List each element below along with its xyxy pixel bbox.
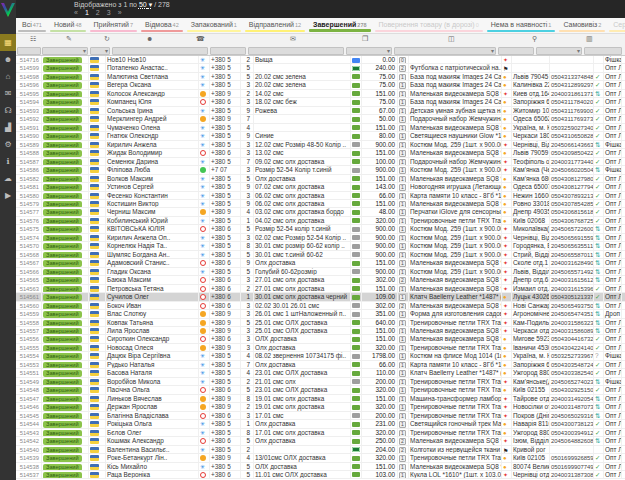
table-row[interactable]: 514545ЗавершенийБлагінна Владіслава+380 … bbox=[16, 412, 625, 420]
sidebar-item-stats[interactable]: ▟ bbox=[0, 119, 16, 136]
filter-input-6[interactable]: ▾ bbox=[346, 47, 392, 55]
table-row[interactable]: 514538ЗавершенийКісь Михайло✳+380 55ОЛХ … bbox=[16, 463, 625, 471]
table-row[interactable]: 514554ЗавершенийДацюк Віра Сергіївна✳+38… bbox=[16, 352, 625, 360]
filter-input-3[interactable] bbox=[112, 47, 208, 55]
table-row[interactable]: 514542ЗавершенийКошмак Александр+380 65О… bbox=[16, 437, 625, 445]
payment-green-icon bbox=[352, 430, 360, 435]
table-row[interactable]: 514592ЗавершенийМерклингер Андрей+380 97… bbox=[16, 115, 625, 123]
filter-input-4[interactable] bbox=[210, 47, 246, 55]
sidebar-item-info[interactable]: ℹ bbox=[0, 153, 16, 170]
table-row[interactable]: 514560ЗавершенийБокоч Иван+380 6302.02 3… bbox=[16, 302, 625, 310]
page-button-1[interactable]: 1 bbox=[85, 9, 89, 16]
filter-input-10[interactable] bbox=[584, 47, 622, 55]
phone-number: +380 5 bbox=[210, 124, 241, 131]
table-row[interactable]: 514544ЗавершенийРокіцька Ольга✳+380 51Ол… bbox=[16, 420, 625, 428]
table-row[interactable]: 514566ЗавершенийГладик Оксана✳+380 55Гол… bbox=[16, 268, 625, 276]
table-row[interactable]: 514556ЗавершенийСироткин Олександр+380 6… bbox=[16, 335, 625, 343]
table-row[interactable]: 514561ЗавершенийСучилов Олег+380 6130.01… bbox=[16, 293, 625, 301]
phone-number: +380 5 bbox=[210, 73, 241, 80]
table-row[interactable]: 514548ЗавершенийПасічна Ольга+380 6523.0… bbox=[16, 386, 625, 394]
table-row[interactable]: 514567ЗавершенийАдамовский Станис..+380 … bbox=[16, 259, 625, 267]
table-row[interactable]: 514580ЗавершенийФесенко Константин✳+380 … bbox=[16, 192, 625, 200]
table-row[interactable]: 514549ЗавершенийВоробйов Микола✳+380 522… bbox=[16, 378, 625, 386]
sidebar-item-company[interactable]: ⌂ bbox=[0, 68, 16, 85]
filter-input-1[interactable]: ▾ bbox=[42, 47, 88, 55]
table-row[interactable]: 514546ЗавершенийДержан Ярослав+380 9219.… bbox=[16, 403, 625, 411]
ukraine-flag-icon bbox=[90, 345, 99, 351]
filter-input-7[interactable]: ▾ bbox=[394, 47, 496, 55]
sidebar-item-apps[interactable]: ☁ bbox=[0, 170, 16, 187]
table-row[interactable]: 514540ЗавершенийВалентина Васильє..✳+380… bbox=[16, 446, 625, 454]
filter-input-8[interactable] bbox=[498, 47, 534, 55]
page-button-3[interactable]: 3 bbox=[107, 9, 111, 16]
edit-column-icon: ✎ bbox=[66, 35, 72, 43]
table-row[interactable]: 514568ЗавершенийШумляс Богдана Ан..✳+380… bbox=[16, 251, 625, 259]
table-row[interactable]: 514598ЗавершенийМалютина Светлана✳+380 5… bbox=[16, 73, 625, 81]
comment-text: 04.02 смс олх доставка bbox=[254, 217, 351, 224]
table-row[interactable]: 514555ЗавершенийНовосад Олеся+380 93Олх … bbox=[16, 344, 625, 352]
table-row[interactable]: 514575ЗавершенийКВІТОВСЬКА ЮЛІЯ+380 65Ро… bbox=[16, 225, 625, 233]
filter-input-9[interactable]: ▾ bbox=[536, 47, 582, 55]
table-row[interactable]: 514582ЗавершенийВолков Максим✳+380 55Олх… bbox=[16, 175, 625, 183]
table-row[interactable]: 514595ЗавершенийКолосок Александр+380 92… bbox=[16, 90, 625, 98]
tab-сервіси[interactable]: Сервіси0 bbox=[607, 18, 625, 33]
table-row[interactable]: 514716ЗавершенийНов10 Нов10✳+380 52Выща0… bbox=[16, 56, 625, 64]
table-row[interactable]: 514577ЗавершенийЧерниш Максим+380 9403.0… bbox=[16, 208, 625, 216]
table-row[interactable]: 514594ЗавершенийКомпанец Юля+380 6318.02… bbox=[16, 98, 625, 106]
table-row[interactable]: 514539ЗавершенийРоке-Бетанкурт Лін..+380… bbox=[16, 454, 625, 462]
filter-input-2[interactable]: ▾ bbox=[90, 47, 110, 55]
table-row[interactable]: 514565ЗавершенийБаюка Максим+380 6327.01… bbox=[16, 276, 625, 284]
table-row[interactable]: 514559ЗавершенийВлас Слотюу+380 9326.01 … bbox=[16, 310, 625, 318]
table-row[interactable]: 514591ЗавершенийЧумаченко Олена✳+380 541… bbox=[16, 124, 625, 132]
first-page-button[interactable]: « bbox=[74, 9, 78, 16]
table-row[interactable]: 514558ЗавершенийКовпак Татьяна+380 9525.… bbox=[16, 319, 625, 327]
tab-прийнятий[interactable]: Прийнятий7 bbox=[88, 18, 140, 33]
table-row[interactable]: 514588ЗавершенийЖидак Володимир+380 6313… bbox=[16, 149, 625, 157]
tab-відмова[interactable]: Відмова42 bbox=[139, 18, 185, 33]
phone-number: +380 5 bbox=[210, 158, 241, 165]
table-row[interactable]: 514589ЗавершенийКирилич Анжела✳+380 5312… bbox=[16, 141, 625, 149]
table-row[interactable]: 514579ЗавершенийКостишин Виктор✳+380 590… bbox=[16, 200, 625, 208]
quantity-badge: 1 bbox=[399, 99, 406, 105]
table-row[interactable]: 514563ЗавершенийПетровська Тетяна+380 62… bbox=[16, 285, 625, 293]
table-row[interactable]: 514596ЗавершенийВегера Оксана✳+380 5320.… bbox=[16, 81, 625, 89]
table-row[interactable]: 514576ЗавершенийКобилинський Юрий✳+380 5… bbox=[16, 217, 625, 225]
tab-нема-в-наявності[interactable]: Нема в наявності1 bbox=[485, 18, 558, 33]
product-name: Маленькая видеокамера SQ8 *.. bbox=[409, 327, 502, 334]
table-row[interactable]: 514557ЗавершенийЛила Ярослав+380 9325.01… bbox=[16, 327, 625, 335]
tab-новий[interactable]: Новий48 bbox=[48, 18, 88, 33]
table-row[interactable]: 514574ЗавершенийКирилич Анжела Оп..✳+380… bbox=[16, 234, 625, 242]
sidebar-item-video[interactable]: ▶ bbox=[0, 187, 16, 204]
sidebar-item-orders[interactable]: ✉ bbox=[0, 85, 16, 102]
table-row[interactable]: 514581ЗавершенийУстинов Сергей✳+380 5907… bbox=[16, 183, 625, 191]
tab-завершений[interactable]: Завершений278 bbox=[307, 18, 372, 33]
sidebar-item-clients[interactable]: ☻ bbox=[0, 51, 16, 68]
delivery-state-ok-icon: ✓ bbox=[595, 217, 600, 224]
tab-запакований[interactable]: Запакований1 bbox=[185, 18, 243, 33]
comment-text: 03.02 смс олх доставка бордо bbox=[254, 208, 351, 215]
table-row[interactable]: 514599ЗавершенийПотапенко Анастас..✳+380… bbox=[16, 64, 625, 72]
tab-самовивіз[interactable]: Самовивіз2 bbox=[557, 18, 607, 33]
sidebar-item-campaigns[interactable]: ☊ bbox=[0, 102, 16, 119]
table-row[interactable]: 514551ЗавершенийБасова Наталя✳+380 5423.… bbox=[16, 369, 625, 377]
sidebar-item-columns[interactable]: ▦ bbox=[0, 34, 16, 51]
table-row[interactable]: 514547ЗавершенийЛиньков Вячеслав+380 981… bbox=[16, 395, 625, 403]
table-row[interactable]: 514593ЗавершенийСольська Ірина✳+380 59Ро… bbox=[16, 107, 625, 115]
last-page-button[interactable]: » bbox=[118, 9, 122, 16]
table-row[interactable]: 514543ЗавершенийБєлов Олег✳+380 5817.01 … bbox=[16, 429, 625, 437]
filter-input-5[interactable] bbox=[248, 47, 344, 55]
app-logo-icon[interactable] bbox=[1, 3, 15, 17]
table-row[interactable]: 514537ЗавершенийРаца Вероніка+380 6511.0… bbox=[16, 471, 625, 479]
tab-всі[interactable]: Всі471 bbox=[16, 18, 48, 33]
tab-повернення-товару-в-дорозі-[interactable]: Повернення товару (в дорозі)0 bbox=[373, 18, 485, 33]
table-row[interactable]: 514586ЗавершенийФіліпова Люба+7 073Розмі… bbox=[16, 166, 625, 174]
tab-відправлений[interactable]: Відправлений12 bbox=[243, 18, 307, 33]
table-row[interactable]: 514553ЗавершенийРудько Наталья✳+380 57Ол… bbox=[16, 361, 625, 369]
page-size-dropdown[interactable]: 50 ▾ bbox=[139, 1, 152, 8]
table-row[interactable]: 514587ЗавершенийСеменюк Дарина✳+380 5709… bbox=[16, 158, 625, 166]
filter-input-0[interactable] bbox=[17, 47, 41, 55]
table-row[interactable]: 514570ЗавершенийКорнелюк Надія Та..✳+380… bbox=[16, 242, 625, 250]
sidebar-item-settings[interactable]: ⚙ bbox=[0, 136, 16, 153]
page-button-2[interactable]: 2 bbox=[96, 9, 100, 16]
table-row[interactable]: 514590ЗавершенийГнатюк Олексндр✳+380 59С… bbox=[16, 132, 625, 140]
